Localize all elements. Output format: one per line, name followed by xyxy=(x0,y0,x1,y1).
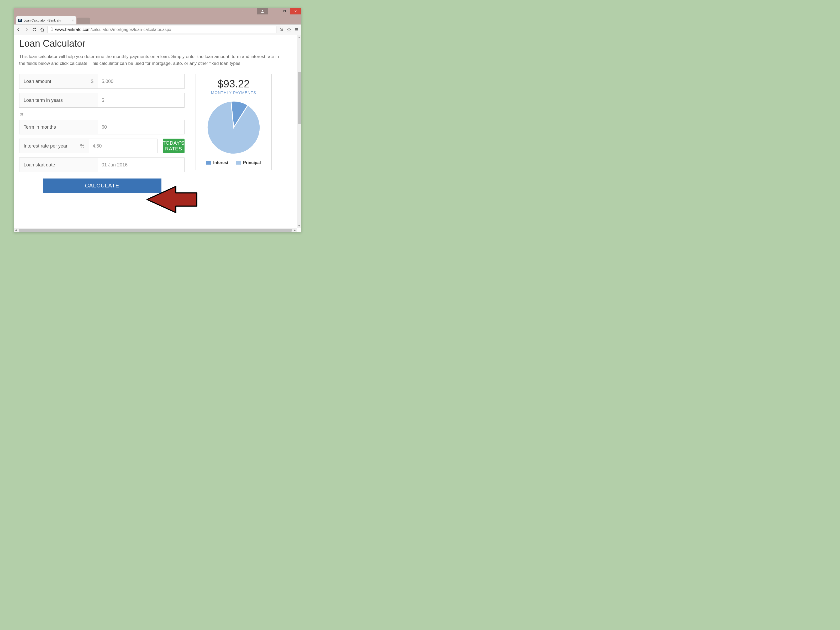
url-input[interactable]: www.bankrate.com/calculators/mortgages/l… xyxy=(47,26,276,33)
scroll-right-icon[interactable]: ▶ xyxy=(293,228,297,232)
row-loan-amount: Loan amount $ xyxy=(19,74,185,89)
todays-rates-button[interactable]: TODAY'S RATES xyxy=(163,139,185,153)
intro-text: This loan calculator will help you deter… xyxy=(19,53,279,67)
pie-chart xyxy=(206,100,261,155)
viewport: Loan Calculator This loan calculator wil… xyxy=(14,35,301,232)
tabs-row: B Loan Calculator - Bankrate × xyxy=(14,16,301,24)
result-column: $93.22 MONTHLY PAYMENTS Interest xyxy=(196,74,272,193)
scroll-thumb-h[interactable] xyxy=(19,229,292,232)
svg-point-0 xyxy=(262,10,263,11)
label-interest-rate: Interest rate per year % xyxy=(19,139,89,153)
interest-swatch xyxy=(206,161,211,164)
input-term-years[interactable] xyxy=(98,93,185,107)
browser-window: B Loan Calculator - Bankrate × www.bankr… xyxy=(14,8,302,232)
row-term-years: Loan term in years xyxy=(19,93,185,107)
row-start-date: Loan start date xyxy=(19,158,185,172)
label-loan-amount: Loan amount $ xyxy=(19,74,98,89)
label-term-months: Term in months xyxy=(19,120,98,134)
browser-tab[interactable]: B Loan Calculator - Bankrate × xyxy=(16,16,76,24)
tab-title: Loan Calculator - Bankrate xyxy=(24,19,70,22)
user-button[interactable] xyxy=(257,8,268,14)
close-button[interactable] xyxy=(290,8,301,14)
monthly-payment-value: $93.22 xyxy=(199,78,268,90)
legend: Interest Principal xyxy=(199,160,268,165)
label-term-years: Loan term in years xyxy=(19,93,98,107)
scroll-left-icon[interactable]: ◀ xyxy=(14,228,18,232)
address-bar: www.bankrate.com/calculators/mortgages/l… xyxy=(14,24,301,35)
page-heading: Loan Calculator xyxy=(19,38,292,49)
form-column: Loan amount $ Loan term in years or xyxy=(19,74,185,193)
window-titlebar xyxy=(14,8,301,16)
star-icon[interactable] xyxy=(286,27,292,32)
result-card: $93.22 MONTHLY PAYMENTS Interest xyxy=(196,74,272,170)
back-icon[interactable] xyxy=(16,27,21,32)
input-term-months[interactable] xyxy=(98,120,185,134)
legend-principal: Principal xyxy=(236,160,261,165)
favicon-icon: B xyxy=(18,19,22,22)
scroll-thumb[interactable] xyxy=(298,72,301,124)
reload-icon[interactable] xyxy=(32,27,37,32)
legend-interest: Interest xyxy=(206,160,228,165)
scroll-up-icon[interactable]: ▲ xyxy=(297,35,301,39)
row-interest-rate: Interest rate per year % TODAY'S RATES xyxy=(19,139,185,153)
row-term-months: Term in months xyxy=(19,120,185,134)
home-icon[interactable] xyxy=(39,27,45,32)
horizontal-scrollbar[interactable]: ◀ ▶ xyxy=(14,228,297,232)
input-interest-rate[interactable] xyxy=(89,139,158,153)
url-text: www.bankrate.com/calculators/mortgages/l… xyxy=(55,27,171,32)
menu-icon[interactable] xyxy=(294,27,299,32)
tab-close-icon[interactable]: × xyxy=(72,18,74,22)
or-separator: or xyxy=(20,112,185,117)
principal-swatch xyxy=(236,161,241,164)
forward-icon[interactable] xyxy=(24,27,29,32)
new-tab-button[interactable] xyxy=(77,17,90,24)
input-start-date[interactable] xyxy=(98,158,185,172)
vertical-scrollbar[interactable]: ▲ ▼ xyxy=(297,35,301,228)
input-loan-amount[interactable] xyxy=(98,74,185,89)
maximize-button[interactable] xyxy=(279,8,290,14)
page-icon xyxy=(50,27,54,32)
calculate-button[interactable]: CALCULATE xyxy=(43,178,161,193)
label-start-date: Loan start date xyxy=(19,158,98,172)
window-controls xyxy=(257,8,301,14)
monthly-payment-label: MONTHLY PAYMENTS xyxy=(199,90,268,95)
scroll-down-icon[interactable]: ▼ xyxy=(297,224,301,228)
zoom-icon[interactable] xyxy=(279,27,284,32)
minimize-button[interactable] xyxy=(268,8,279,14)
svg-rect-2 xyxy=(284,11,286,12)
page-content: Loan Calculator This loan calculator wil… xyxy=(14,35,297,228)
